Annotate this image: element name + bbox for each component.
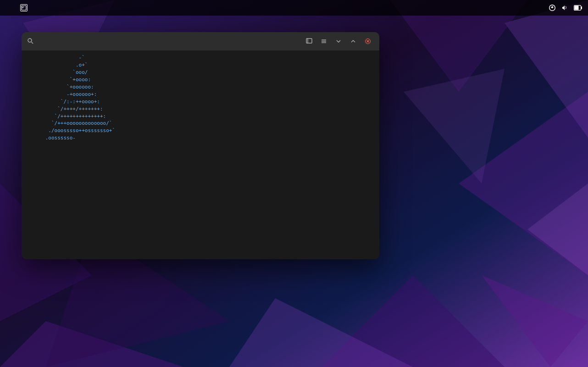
vpn-icon[interactable] <box>548 3 557 12</box>
svg-point-19 <box>28 39 32 42</box>
terminal-titlebar <box>22 32 379 50</box>
terminal-search-icon[interactable] <box>27 38 33 45</box>
terminal-new-tab-btn[interactable] <box>303 35 315 47</box>
terminal-menu-btn[interactable] <box>318 35 330 47</box>
volume-icon[interactable] <box>560 3 570 12</box>
topbar-system-icons <box>548 3 588 12</box>
terminal-scroll-up-btn[interactable] <box>347 35 359 47</box>
console-icon <box>20 4 28 11</box>
svg-rect-18 <box>575 6 579 10</box>
terminal-scroll-down-btn[interactable] <box>333 35 344 47</box>
terminal-close-btn[interactable] <box>362 35 374 47</box>
terminal-controls <box>303 35 374 47</box>
svg-rect-17 <box>581 6 582 9</box>
topbar <box>0 0 588 16</box>
svg-rect-21 <box>306 39 312 43</box>
app-menu[interactable] <box>15 0 36 16</box>
terminal-body[interactable]: -` .o+` `ooo/ `+oooo: `+oooooo: -+oooooo… <box>22 50 379 259</box>
ascii-art: -` .o+` `ooo/ `+oooo: `+oooooo: -+oooooo… <box>27 54 155 142</box>
battery-icon[interactable] <box>573 3 582 12</box>
svg-line-20 <box>32 42 33 44</box>
activities-button[interactable] <box>0 0 15 16</box>
terminal-window: -` .o+` `ooo/ `+oooo: `+oooooo: -+oooooo… <box>22 32 379 259</box>
